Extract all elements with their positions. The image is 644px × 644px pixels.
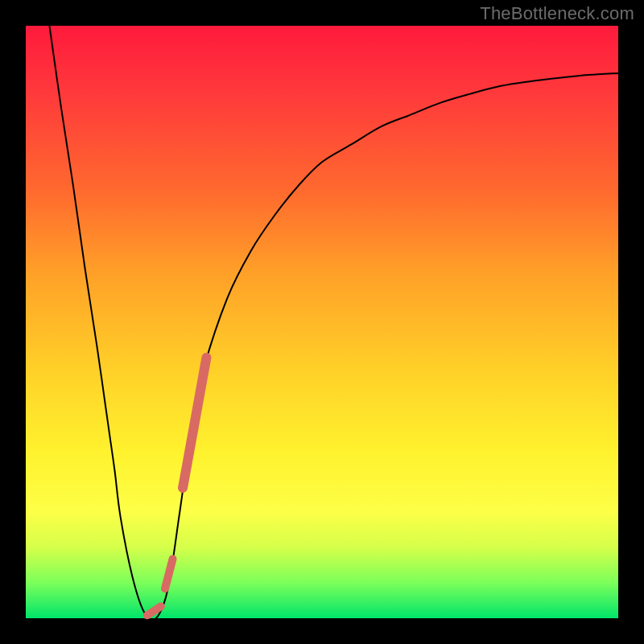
series-bottleneck-curve: [49, 26, 618, 620]
plot-area: [26, 26, 618, 618]
series-highlight-segment-mid: [165, 559, 173, 588]
chart-svg: [26, 26, 618, 618]
chart-frame: TheBottleneck.com: [0, 0, 644, 644]
series-highlight-segment-upper: [183, 357, 206, 488]
watermark-text: TheBottleneck.com: [480, 3, 634, 24]
